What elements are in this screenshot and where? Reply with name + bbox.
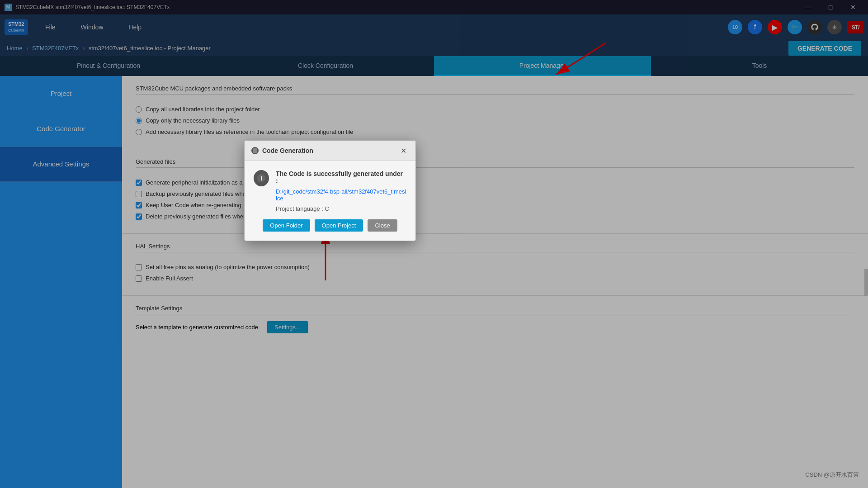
modal-buttons: Open Folder Open Project Close [254,219,406,232]
modal-close-action-button[interactable]: Close [368,219,397,232]
modal-close-button[interactable]: ✕ [398,145,409,156]
modal-header-icon [251,147,259,154]
modal-success-text: The Code is successfully generated under… [276,170,406,185]
modal-title-area: Code Generation [251,147,313,154]
svg-text:i: i [260,175,262,182]
svg-rect-4 [253,148,257,153]
code-generation-modal: Code Generation ✕ i The Code is successf… [244,140,416,241]
modal-title: Code Generation [262,147,313,154]
open-project-button[interactable]: Open Project [315,219,363,232]
modal-content: The Code is successfully generated under… [276,170,406,219]
modal-language: Project language : C [276,205,406,212]
modal-info-icon: i [254,170,269,186]
modal-body: i The Code is successfully generated und… [245,161,415,241]
modal-path: D:/git_code/stm32f4-bsp-all/stm32f407vet… [276,188,406,202]
watermark: CSDN @凉开水百策 [805,471,859,479]
open-folder-button[interactable]: Open Folder [263,219,310,232]
modal-overlay: Code Generation ✕ i The Code is successf… [0,0,868,488]
modal-header: Code Generation ✕ [245,141,415,161]
